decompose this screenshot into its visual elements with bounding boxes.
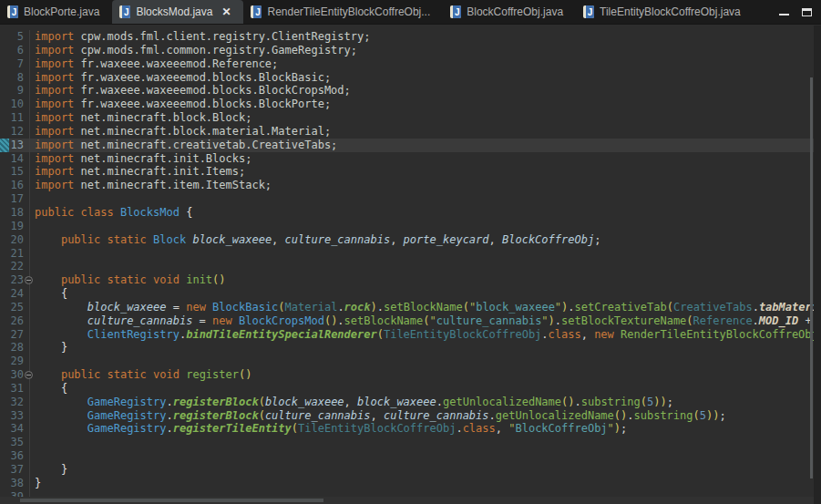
code-line: 38} — [0, 477, 821, 490]
bookmark-marker-icon — [0, 139, 9, 152]
code-text[interactable]: import net.minecraft.init.Items; — [30, 165, 821, 179]
code-text[interactable]: import net.minecraft.item.ItemStack; — [30, 179, 821, 192]
line-number[interactable]: 35 — [0, 436, 30, 449]
line-number[interactable]: 37 — [0, 463, 30, 477]
tab-bar: JBlockPorte.javaJBlocksMod.java✕JRenderT… — [0, 0, 821, 25]
code-line: 31 { — [0, 382, 821, 396]
code-text[interactable]: import net.minecraft.init.Blocks; — [30, 152, 821, 166]
line-number[interactable]: 36 — [0, 449, 30, 463]
code-text[interactable] — [30, 220, 821, 233]
line-number[interactable]: 9 — [0, 84, 30, 98]
code-text[interactable]: public static void init() — [30, 273, 821, 287]
line-number[interactable]: 38 — [0, 477, 30, 490]
code-line: 14import net.minecraft.init.Blocks; — [0, 152, 821, 166]
code-text[interactable] — [30, 436, 821, 449]
window-minimize-button[interactable] — [779, 14, 789, 15]
code-text[interactable]: GameRegistry.registerBlock(block_waxeee,… — [30, 396, 821, 409]
code-text[interactable] — [30, 247, 821, 261]
code-text[interactable]: import fr.waxeee.waxeeemod.blocks.BlockB… — [30, 71, 821, 85]
close-icon[interactable]: ✕ — [221, 5, 231, 18]
tab-label: BlockCoffreObj.java — [467, 5, 563, 18]
java-file-icon: J — [583, 5, 594, 18]
code-text[interactable]: } — [30, 463, 821, 477]
line-number[interactable]: 12 — [0, 125, 30, 139]
code-line: 13import net.minecraft.creativetab.Creat… — [0, 139, 821, 152]
line-number[interactable]: 15 — [0, 165, 30, 179]
line-number[interactable]: 25 — [0, 301, 30, 314]
code-line: 15import net.minecraft.init.Items; — [0, 165, 821, 179]
line-number[interactable]: 29 — [0, 355, 30, 368]
code-text[interactable] — [30, 449, 821, 463]
code-text[interactable]: block_waxeee = new BlockBasic(Material.r… — [30, 301, 821, 314]
code-line: 28 } — [0, 341, 821, 355]
tab-blocksmod-java[interactable]: JBlocksMod.java✕ — [112, 0, 243, 24]
code-text[interactable] — [30, 192, 821, 206]
window-maximize-button[interactable] — [802, 8, 812, 16]
code-line: 29 — [0, 355, 821, 368]
code-text[interactable]: import net.minecraft.block.material.Mate… — [30, 125, 821, 139]
tab-blockporte-java[interactable]: JBlockPorte.java — [0, 0, 112, 24]
code-line: 26 culture_cannabis = new BlockCropsMod(… — [0, 314, 821, 328]
line-number[interactable]: 32 — [0, 396, 30, 409]
line-number[interactable]: 16 — [0, 179, 30, 192]
line-number[interactable]: 13 — [0, 139, 30, 152]
code-line: 27 ClientRegistry.bindTileEntitySpecialR… — [0, 328, 821, 342]
line-number[interactable]: 28 — [0, 341, 30, 355]
code-text[interactable]: } — [30, 477, 821, 490]
ide-window: JBlockPorte.javaJBlocksMod.java✕JRenderT… — [0, 0, 821, 504]
code-editor[interactable]: 5import cpw.mods.fml.client.registry.Cli… — [0, 26, 821, 504]
code-text[interactable]: public static void register() — [30, 368, 821, 382]
java-file-icon: J — [450, 5, 461, 18]
code-line: 34 GameRegistry.registerTileEntity(TileE… — [0, 422, 821, 436]
line-number[interactable]: 10 — [0, 98, 30, 111]
line-number[interactable]: 27 — [0, 328, 30, 342]
line-number[interactable]: 21 — [0, 247, 30, 261]
code-line: 8import fr.waxeee.waxeeemod.blocks.Block… — [0, 71, 821, 85]
line-number[interactable]: 14 — [0, 152, 30, 166]
code-text[interactable]: GameRegistry.registerTileEntity(TileEnti… — [30, 422, 821, 436]
code-text[interactable]: import fr.waxeee.waxeeemod.blocks.BlockP… — [30, 98, 821, 111]
line-number[interactable]: 7 — [0, 57, 30, 71]
tab-rendertileentityblockcoffreobj-[interactable]: JRenderTileEntityBlockCoffreObj... — [243, 0, 443, 24]
code-text[interactable]: import net.minecraft.creativetab.Creativ… — [30, 139, 821, 152]
line-number[interactable]: 18 — [0, 206, 30, 220]
code-text[interactable]: { — [30, 287, 821, 301]
horizontal-scrollbar[interactable] — [20, 499, 323, 502]
code-text[interactable] — [30, 355, 821, 368]
line-number[interactable]: 31 — [0, 382, 30, 396]
code-line: 11import net.minecraft.block.Block; — [0, 111, 821, 125]
code-text[interactable]: public class BlocksMod { — [30, 206, 821, 220]
line-number[interactable]: 11 — [0, 111, 30, 125]
line-number[interactable]: 33 — [0, 409, 30, 423]
line-number[interactable]: 5 — [0, 30, 30, 44]
code-text[interactable]: ClientRegistry.bindTileEntitySpecialRend… — [30, 328, 821, 342]
code-text[interactable]: culture_cannabis = new BlockCropsMod().s… — [30, 314, 821, 328]
line-number[interactable]: 6 — [0, 44, 30, 57]
code-text[interactable]: public static Block block_waxeee, cultur… — [30, 233, 821, 247]
tab-tileentityblockcoffreobj-java[interactable]: JTileEntityBlockCoffreObj.java — [576, 0, 754, 24]
code-text[interactable]: GameRegistry.registerBlock(culture_canna… — [30, 409, 821, 423]
line-number[interactable]: 34 — [0, 422, 30, 436]
line-number[interactable]: 22 — [0, 260, 30, 273]
line-number[interactable]: 8 — [0, 71, 30, 85]
line-number[interactable]: 20 — [0, 233, 30, 247]
code-text[interactable]: import net.minecraft.block.Block; — [30, 111, 821, 125]
code-text[interactable]: import fr.waxeee.waxeeemod.Reference; — [30, 57, 821, 71]
tab-label: BlocksMod.java — [136, 5, 212, 18]
code-text[interactable]: } — [30, 341, 821, 355]
tab-blockcoffreobj-java[interactable]: JBlockCoffreObj.java — [443, 0, 576, 24]
code-text[interactable] — [30, 260, 821, 273]
code-text[interactable]: import cpw.mods.fml.common.registry.Game… — [30, 44, 821, 57]
code-line: 16import net.minecraft.item.ItemStack; — [0, 179, 821, 192]
code-line: 25 block_waxeee = new BlockBasic(Materia… — [0, 301, 821, 314]
line-number[interactable]: 17 — [0, 192, 30, 206]
line-number[interactable]: 24 — [0, 287, 30, 301]
code-line: 32 GameRegistry.registerBlock(block_waxe… — [0, 396, 821, 409]
line-number[interactable]: 26 — [0, 314, 30, 328]
code-line: 5import cpw.mods.fml.client.registry.Cli… — [0, 30, 821, 44]
code-text[interactable]: import fr.waxeee.waxeeemod.blocks.BlockC… — [30, 84, 821, 98]
vertical-scrollbar[interactable] — [810, 77, 813, 478]
code-text[interactable]: import cpw.mods.fml.client.registry.Clie… — [30, 30, 821, 44]
code-text[interactable]: { — [30, 382, 821, 396]
line-number[interactable]: 19 — [0, 220, 30, 233]
